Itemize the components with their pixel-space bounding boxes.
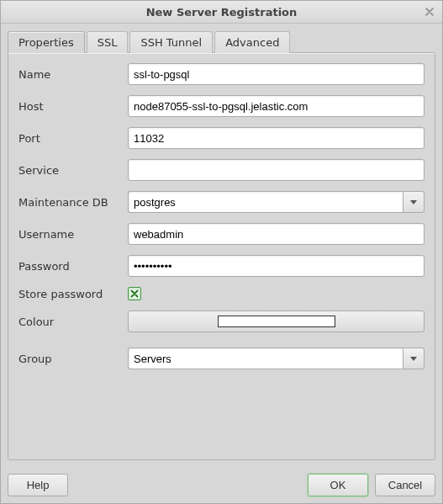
port-input[interactable] bbox=[128, 127, 425, 149]
name-input[interactable] bbox=[128, 63, 425, 85]
label-password: Password bbox=[18, 260, 128, 273]
label-port: Port bbox=[18, 132, 128, 145]
group-combo bbox=[128, 347, 425, 369]
tabpanel-properties: Name Host Port Service Maintenance DB bbox=[8, 52, 435, 460]
label-maintenance-db: Maintenance DB bbox=[18, 196, 128, 209]
ok-button[interactable]: OK bbox=[308, 474, 368, 496]
label-name: Name bbox=[18, 68, 128, 81]
titlebar: New Server Registration bbox=[1, 1, 442, 24]
store-password-checkbox[interactable] bbox=[128, 287, 141, 300]
password-input[interactable] bbox=[128, 255, 425, 277]
chevron-down-icon bbox=[410, 200, 417, 204]
chevron-down-icon bbox=[410, 357, 417, 361]
maintenance-db-combo bbox=[128, 191, 425, 213]
window-title: New Server Registration bbox=[146, 6, 298, 19]
username-input[interactable] bbox=[128, 223, 425, 245]
label-colour: Colour bbox=[18, 316, 128, 328]
service-input[interactable] bbox=[128, 159, 425, 181]
tab-ssl[interactable]: SSL bbox=[87, 31, 129, 53]
dialog-window: New Server Registration Properties SSL S… bbox=[0, 0, 443, 504]
label-group: Group bbox=[18, 353, 128, 365]
group-input[interactable] bbox=[128, 347, 403, 369]
footer: Help OK Cancel bbox=[1, 467, 442, 503]
maintenance-db-dropdown-button[interactable] bbox=[403, 191, 425, 213]
group-dropdown-button[interactable] bbox=[403, 347, 425, 369]
close-icon[interactable] bbox=[422, 4, 437, 19]
tabbar: Properties SSL SSH Tunnel Advanced bbox=[8, 30, 435, 52]
cancel-button[interactable]: Cancel bbox=[375, 474, 435, 496]
label-host: Host bbox=[18, 100, 128, 113]
colour-swatch bbox=[218, 316, 335, 327]
maintenance-db-input[interactable] bbox=[128, 191, 403, 213]
tab-advanced[interactable]: Advanced bbox=[214, 31, 290, 53]
colour-button[interactable] bbox=[128, 310, 425, 332]
help-button[interactable]: Help bbox=[8, 474, 68, 496]
host-input[interactable] bbox=[128, 95, 425, 117]
label-service: Service bbox=[18, 164, 128, 177]
x-check-icon bbox=[130, 289, 139, 298]
label-store-password: Store password bbox=[18, 288, 128, 300]
tab-properties[interactable]: Properties bbox=[8, 31, 85, 53]
tab-ssh-tunnel[interactable]: SSH Tunnel bbox=[129, 31, 213, 53]
label-username: Username bbox=[18, 228, 128, 241]
content-area: Properties SSL SSH Tunnel Advanced Name … bbox=[1, 24, 442, 467]
